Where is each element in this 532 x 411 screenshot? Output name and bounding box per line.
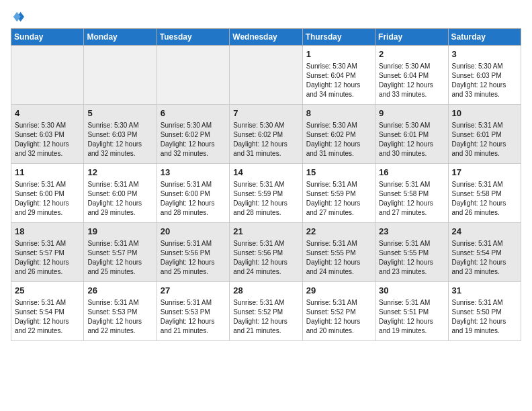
day-info: Sunset: 6:00 PM: [161, 189, 226, 199]
day-info: Daylight: 12 hours: [379, 258, 444, 267]
day-info: and 27 minutes.: [306, 208, 371, 218]
day-info: Daylight: 12 hours: [15, 258, 80, 267]
calendar-cell: 22Sunrise: 5:31 AMSunset: 5:55 PMDayligh…: [302, 223, 375, 282]
day-info: Sunset: 6:03 PM: [452, 71, 517, 81]
calendar-cell: 17Sunrise: 5:31 AMSunset: 5:58 PMDayligh…: [448, 164, 521, 223]
day-info: Daylight: 12 hours: [452, 81, 517, 90]
day-number: 16: [379, 167, 444, 179]
calendar-table: SundayMondayTuesdayWednesdayThursdayFrid…: [11, 28, 521, 341]
day-info: Sunset: 6:03 PM: [15, 130, 80, 140]
day-info: Sunrise: 5:31 AM: [161, 239, 226, 248]
day-info: Sunrise: 5:30 AM: [379, 121, 444, 130]
day-info: Sunrise: 5:31 AM: [452, 298, 517, 308]
calendar-cell: 5Sunrise: 5:30 AMSunset: 6:03 PMDaylight…: [84, 105, 157, 164]
day-info: Sunset: 5:53 PM: [87, 308, 152, 317]
day-info: Daylight: 12 hours: [452, 140, 517, 149]
day-info: and 32 minutes.: [15, 149, 80, 158]
calendar-cell: 19Sunrise: 5:31 AMSunset: 5:57 PMDayligh…: [84, 223, 157, 282]
calendar-cell: [84, 46, 157, 105]
day-info: and 27 minutes.: [379, 208, 444, 218]
day-info: Daylight: 12 hours: [161, 140, 226, 149]
day-info: and 32 minutes.: [161, 149, 226, 158]
day-info: Sunset: 5:52 PM: [306, 308, 371, 317]
day-number: 10: [452, 107, 517, 120]
day-number: 13: [161, 167, 226, 179]
day-number: 12: [87, 167, 152, 179]
calendar-cell: 18Sunrise: 5:31 AMSunset: 5:57 PMDayligh…: [11, 223, 84, 282]
day-info: Sunrise: 5:30 AM: [379, 62, 444, 71]
day-info: Daylight: 12 hours: [306, 81, 371, 90]
day-info: Sunset: 6:04 PM: [306, 71, 371, 81]
day-info: Sunset: 5:58 PM: [452, 189, 517, 199]
calendar-cell: 3Sunrise: 5:30 AMSunset: 6:03 PMDaylight…: [448, 46, 521, 105]
day-info: and 26 minutes.: [15, 267, 80, 277]
day-info: Daylight: 12 hours: [379, 140, 444, 149]
day-header-wednesday: Wednesday: [230, 29, 302, 46]
day-info: Sunset: 5:56 PM: [233, 248, 298, 258]
calendar-cell: 1Sunrise: 5:30 AMSunset: 6:04 PMDaylight…: [302, 46, 375, 105]
header: [11, 11, 521, 23]
calendar-cell: 2Sunrise: 5:30 AMSunset: 6:04 PMDaylight…: [375, 46, 448, 105]
day-info: Sunset: 6:03 PM: [87, 130, 152, 140]
day-info: Sunrise: 5:31 AM: [306, 298, 371, 308]
calendar-cell: [230, 46, 302, 105]
day-info: and 29 minutes.: [15, 208, 80, 218]
day-info: Daylight: 12 hours: [379, 81, 444, 90]
day-info: Sunrise: 5:31 AM: [233, 180, 298, 189]
day-info: Sunrise: 5:31 AM: [233, 239, 298, 248]
day-number: 25: [15, 285, 80, 297]
calendar-cell: [11, 46, 84, 105]
calendar-cell: 23Sunrise: 5:31 AMSunset: 5:55 PMDayligh…: [375, 223, 448, 282]
day-header-tuesday: Tuesday: [157, 29, 229, 46]
day-number: 2: [379, 48, 444, 60]
day-info: Sunrise: 5:31 AM: [15, 180, 80, 189]
week-row-5: 25Sunrise: 5:31 AMSunset: 5:54 PMDayligh…: [11, 282, 521, 341]
day-info: Daylight: 12 hours: [306, 317, 371, 326]
calendar-body: 1Sunrise: 5:30 AMSunset: 6:04 PMDaylight…: [11, 46, 521, 341]
day-info: Daylight: 12 hours: [379, 199, 444, 208]
day-header-thursday: Thursday: [302, 29, 375, 46]
calendar-cell: 31Sunrise: 5:31 AMSunset: 5:50 PMDayligh…: [448, 282, 521, 341]
day-info: Sunrise: 5:31 AM: [161, 180, 226, 189]
day-number: 6: [161, 107, 226, 120]
day-number: 7: [233, 107, 298, 120]
calendar-cell: 29Sunrise: 5:31 AMSunset: 5:52 PMDayligh…: [302, 282, 375, 341]
day-info: Sunrise: 5:31 AM: [87, 180, 152, 189]
week-row-4: 18Sunrise: 5:31 AMSunset: 5:57 PMDayligh…: [11, 223, 521, 282]
day-info: Daylight: 12 hours: [15, 199, 80, 208]
day-number: 22: [306, 226, 371, 238]
day-info: Daylight: 12 hours: [233, 317, 298, 326]
calendar-cell: [157, 46, 229, 105]
day-number: 3: [452, 48, 517, 60]
day-info: Sunrise: 5:31 AM: [15, 239, 80, 248]
day-info: and 24 minutes.: [306, 267, 371, 277]
day-number: 24: [452, 226, 517, 238]
day-info: and 31 minutes.: [306, 149, 371, 158]
calendar-cell: 16Sunrise: 5:31 AMSunset: 5:58 PMDayligh…: [375, 164, 448, 223]
day-info: and 32 minutes.: [87, 149, 152, 158]
day-number: 8: [306, 107, 371, 120]
day-number: 31: [452, 285, 517, 297]
logo: [11, 11, 24, 23]
calendar-cell: 28Sunrise: 5:31 AMSunset: 5:52 PMDayligh…: [230, 282, 302, 341]
day-info: Daylight: 12 hours: [452, 199, 517, 208]
day-number: 28: [233, 285, 298, 297]
day-info: and 34 minutes.: [306, 90, 371, 99]
day-info: Sunrise: 5:30 AM: [306, 62, 371, 71]
day-info: and 25 minutes.: [87, 267, 152, 277]
day-info: Daylight: 12 hours: [306, 258, 371, 267]
day-info: Daylight: 12 hours: [233, 258, 298, 267]
day-info: and 23 minutes.: [379, 267, 444, 277]
day-header-monday: Monday: [84, 29, 157, 46]
day-info: Sunset: 5:57 PM: [87, 248, 152, 258]
day-number: 17: [452, 167, 517, 179]
day-info: Sunrise: 5:30 AM: [87, 121, 152, 130]
day-info: Sunset: 6:01 PM: [452, 130, 517, 140]
day-info: Sunrise: 5:31 AM: [452, 180, 517, 189]
day-info: Sunset: 5:50 PM: [452, 308, 517, 317]
day-info: Sunrise: 5:31 AM: [306, 239, 371, 248]
day-info: Sunset: 5:59 PM: [306, 189, 371, 199]
day-info: Sunset: 5:51 PM: [379, 308, 444, 317]
calendar-header-row: SundayMondayTuesdayWednesdayThursdayFrid…: [11, 29, 521, 46]
day-info: and 22 minutes.: [15, 326, 80, 336]
